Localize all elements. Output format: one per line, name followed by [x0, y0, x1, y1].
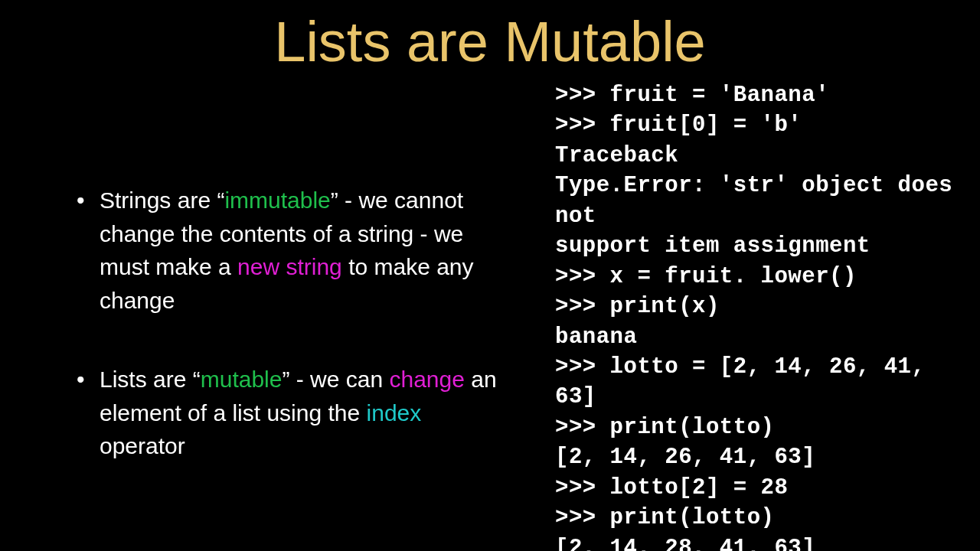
slide-title: Lists are Mutable	[0, 9, 980, 74]
highlight-change: change	[390, 367, 465, 392]
text-fragment: Strings are “	[100, 187, 224, 213]
code-block: >>> fruit = 'Banana' >>> fruit[0] = 'b' …	[555, 80, 969, 551]
bullet-marker: •	[77, 184, 100, 317]
bullet-list: • Strings are “immutable” - we cannot ch…	[77, 184, 513, 509]
highlight-mutable: mutable	[201, 367, 283, 392]
text-fragment: operator	[100, 433, 185, 458]
text-fragment: Lists are “	[100, 367, 201, 392]
bullet-item: • Strings are “immutable” - we cannot ch…	[77, 184, 513, 317]
slide: Lists are Mutable • Strings are “immutab…	[0, 0, 980, 551]
bullet-item: • Lists are “mutable” - we can change an…	[77, 363, 513, 463]
highlight-new-string: new string	[237, 254, 342, 279]
bullet-marker: •	[77, 363, 100, 463]
bullet-text: Lists are “mutable” - we can change an e…	[100, 363, 513, 463]
highlight-index: index	[367, 400, 422, 425]
bullet-text: Strings are “immutable” - we cannot chan…	[100, 184, 513, 317]
highlight-immutable: immutable	[224, 187, 330, 213]
text-fragment: ” - we can	[282, 367, 389, 392]
